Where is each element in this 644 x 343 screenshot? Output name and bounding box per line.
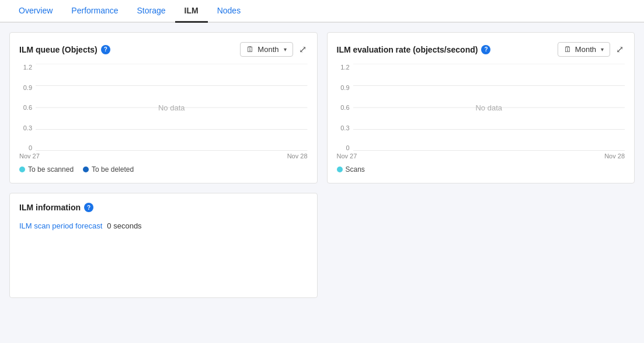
ilm-scan-period-value: 0 seconds [107,221,141,230]
chart2-plot-area: 1.2 0.9 0.6 0.3 0 [337,64,625,151]
ilm-eval-rate-card: ILM evaluation rate (objects/second) ? 🗓… [327,32,635,183]
legend-dot-scans [337,167,343,172]
chart2-title-area: ILM evaluation rate (objects/second) ? [337,45,491,54]
chart1-plot: No data [36,64,308,151]
charts-row: ILM queue (Objects) ? 🗓 Month ▾ ⤢ [9,32,635,183]
legend-label-scans: Scans [346,165,365,174]
chart2-no-data: No data [475,103,502,112]
chart1-date-end: Nov 28 [287,153,308,160]
chart2-header: ILM evaluation rate (objects/second) ? 🗓… [337,42,625,57]
y2-label-1.2: 1.2 [340,64,349,71]
app-container: Overview Performance Storage ILM Nodes I… [0,0,644,343]
legend-dot-scanned [19,167,25,172]
chart2-title: ILM evaluation rate (objects/second) [337,45,478,54]
tab-storage[interactable]: Storage [128,0,175,23]
chart1-expand-icon[interactable]: ⤢ [298,43,308,56]
tab-nodes[interactable]: Nodes [208,0,250,23]
tab-performance[interactable]: Performance [62,0,127,23]
ilm-info-card: ILM information ? ILM scan period foreca… [9,193,318,298]
chart1-no-data: No data [158,103,185,112]
legend-to-be-deleted: To be deleted [83,165,134,174]
legend-scans: Scans [337,165,365,174]
chart2-dates: Nov 27 Nov 28 [337,153,625,160]
y-label-0.9: 0.9 [23,84,32,91]
chart1-title: ILM queue (Objects) [19,45,98,54]
tab-ilm[interactable]: ILM [175,0,208,23]
chart1-help-icon[interactable]: ? [101,45,110,54]
chart1-chevron-icon: ▾ [284,46,287,53]
chart1-plot-area: 1.2 0.9 0.6 0.3 0 [19,64,308,151]
chart1-title-area: ILM queue (Objects) ? [19,45,110,54]
main-content: ILM queue (Objects) ? 🗓 Month ▾ ⤢ [0,23,644,343]
y2-label-0.9: 0.9 [340,84,349,91]
y2-label-0: 0 [346,144,349,151]
chart1-month-dropdown[interactable]: 🗓 Month ▾ [240,42,293,57]
chart2-controls: 🗓 Month ▾ ⤢ [558,42,625,57]
chart2-chevron-icon: ▾ [601,46,604,53]
chart2-legend: Scans [337,165,625,174]
chart2-calendar-icon: 🗓 [564,45,572,54]
chart1-legend: To be scanned To be deleted [19,165,308,174]
legend-dot-deleted [83,167,89,172]
y-label-0: 0 [29,144,32,151]
info-card-header: ILM information ? [19,203,308,212]
chart1-dates: Nov 27 Nov 28 [19,153,308,160]
y2-label-0.6: 0.6 [340,104,349,111]
chart1-calendar-icon: 🗓 [246,45,254,54]
legend-label-scanned: To be scanned [28,165,74,174]
y2-label-0.3: 0.3 [340,124,349,131]
info-scan-period-row: ILM scan period forecast 0 seconds [19,221,308,230]
chart1-date-start: Nov 27 [19,153,40,160]
chart2-month-dropdown[interactable]: 🗓 Month ▾ [558,42,610,57]
chart1-dropdown-label: Month [257,45,279,54]
tabs-bar: Overview Performance Storage ILM Nodes [0,0,644,23]
legend-label-deleted: To be deleted [92,165,134,174]
chart2-date-start: Nov 27 [337,153,357,160]
chart2-dropdown-label: Month [575,45,596,54]
y-label-0.3: 0.3 [23,124,32,131]
chart2-help-icon[interactable]: ? [481,45,490,54]
info-card-help-icon[interactable]: ? [84,203,93,212]
chart2-plot: No data [353,64,625,151]
ilm-queue-card: ILM queue (Objects) ? 🗓 Month ▾ ⤢ [9,32,318,183]
chart2-y-labels: 1.2 0.9 0.6 0.3 0 [337,64,353,151]
ilm-scan-period-link[interactable]: ILM scan period forecast [19,221,102,230]
legend-to-be-scanned: To be scanned [19,165,74,174]
chart2-expand-icon[interactable]: ⤢ [615,43,625,56]
chart2-date-end: Nov 28 [604,153,625,160]
info-card-title: ILM information [19,203,81,212]
tab-overview[interactable]: Overview [9,0,62,23]
y-label-1.2: 1.2 [23,64,32,71]
chart1-y-labels: 1.2 0.9 0.6 0.3 0 [19,64,36,151]
chart1-controls: 🗓 Month ▾ ⤢ [240,42,307,57]
chart1-header: ILM queue (Objects) ? 🗓 Month ▾ ⤢ [19,42,308,57]
y-label-0.6: 0.6 [23,104,32,111]
